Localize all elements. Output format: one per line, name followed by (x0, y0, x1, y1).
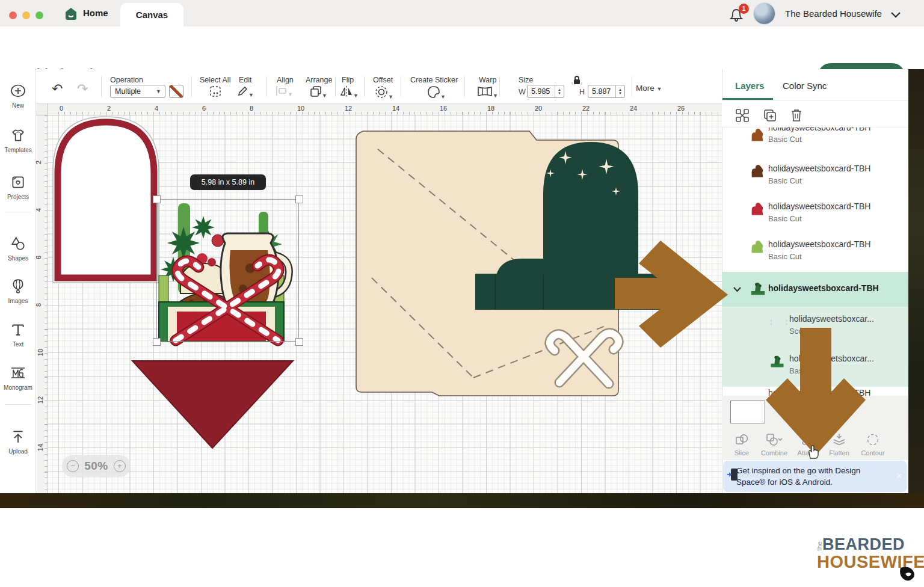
traffic-light-minimize-button[interactable] (22, 11, 30, 19)
sidebar-item-new[interactable]: New (0, 83, 36, 109)
hot-air-balloon-icon (10, 286, 26, 296)
offset-label: Offset (373, 76, 393, 84)
select-all-icon[interactable] (209, 85, 221, 100)
projects-icon (10, 182, 26, 192)
layer-row-selected[interactable]: holidaysweetsboxcard-TBH (722, 272, 908, 307)
material-color-swatch[interactable] (730, 401, 765, 423)
background-edge-right (908, 69, 924, 508)
warp-icon[interactable]: ▼ (477, 85, 498, 100)
layer-row[interactable]: holidaysweetsboxcard-TBH Basic Cut (722, 128, 908, 155)
operation-select[interactable]: Multiple▼ (110, 85, 165, 98)
size-label: Size (519, 76, 533, 84)
zoom-out-button[interactable]: − (67, 460, 79, 472)
operation-color-swatch[interactable] (169, 85, 183, 98)
chevron-down-icon[interactable] (733, 284, 742, 295)
notification-badge: 1 (739, 4, 749, 14)
design-sidebar: New Templates Projects Shapes Images Tex… (0, 69, 36, 493)
annotation-arrow-right (608, 238, 734, 352)
traffic-light-close-button[interactable] (9, 11, 17, 19)
layer-row[interactable]: holidaysweetsboxcard-TBH Basic Cut (722, 195, 908, 233)
arrange-label: Arrange (306, 76, 332, 84)
duplicate-icon[interactable] (763, 108, 777, 125)
lock-ratio-icon[interactable] (571, 75, 582, 88)
group-icon[interactable] (735, 108, 750, 125)
selection-handle-top-left[interactable] (153, 195, 161, 203)
layer-thumbnail (749, 279, 767, 297)
tab-canvas[interactable]: Canvas (120, 3, 183, 26)
tab-home[interactable]: Home (83, 8, 108, 18)
sidebar-item-text[interactable]: Text (0, 322, 36, 348)
warp-label: Warp (479, 76, 496, 84)
home-icon[interactable] (64, 7, 78, 23)
traffic-light-zoom-button[interactable] (35, 11, 43, 19)
create-sticker-icon[interactable]: ▼ (427, 85, 446, 101)
flip-icon[interactable]: ▼ (340, 85, 359, 100)
align-icon: ▼ (276, 85, 293, 99)
hand-cursor-icon (806, 444, 821, 459)
height-input[interactable]: 5.887▲▼ (588, 85, 625, 98)
arrange-icon[interactable]: ▼ (310, 85, 327, 100)
layer-row[interactable]: holidaysweetsboxcard-TBH Basic Cut (722, 233, 908, 271)
offset-icon[interactable]: ▼ (375, 85, 393, 101)
flip-label: Flip (342, 76, 354, 84)
slice-button[interactable]: Slice (725, 433, 758, 456)
new-plus-icon (10, 90, 26, 100)
footer-area (0, 508, 924, 587)
arch-card-shape[interactable] (53, 117, 159, 283)
height-stepper[interactable]: ▲▼ (615, 85, 624, 97)
sidebar-item-shapes[interactable]: Shapes (0, 236, 36, 262)
avatar[interactable] (753, 2, 775, 25)
layer-thumbnail (749, 200, 766, 217)
operation-label: Operation (110, 76, 143, 84)
sidebar-item-projects[interactable]: Projects (0, 174, 36, 200)
monogram-icon (10, 372, 26, 383)
selection-handle-bottom-right[interactable] (295, 338, 303, 346)
height-label: H (579, 88, 585, 96)
width-input[interactable]: 5.985▲▼ (527, 85, 564, 98)
tab-color-sync[interactable]: Color Sync (783, 81, 827, 91)
slice-icon (735, 433, 748, 446)
sidebar-item-templates[interactable]: Templates (0, 128, 36, 153)
select-all-label: Select All (200, 76, 230, 84)
close-icon[interactable]: × (896, 470, 902, 481)
zoom-level: 50% (84, 459, 108, 473)
zoom-in-button[interactable]: + (114, 460, 126, 472)
layer-thumbnail (749, 162, 766, 179)
layer-row[interactable]: holidaysweetsboxcard-TBH Basic Cut (722, 158, 908, 195)
sidebar-item-images[interactable]: Images (0, 278, 36, 304)
text-icon (10, 329, 26, 339)
upload-icon (10, 436, 26, 446)
more-button[interactable]: More ▼ (636, 84, 662, 93)
background-edge-bottom (0, 493, 924, 508)
layer-thumbnail (749, 238, 766, 255)
delete-trash-icon[interactable] (790, 108, 803, 125)
layer-thumbnail (749, 128, 766, 143)
account-name[interactable]: The Bearded Housewife (785, 8, 882, 19)
tshirt-icon (10, 135, 26, 145)
zoom-control: − 50% + (62, 455, 131, 477)
width-label: W (519, 88, 526, 96)
edit-label: Edit (239, 76, 252, 84)
red-triangle-shape[interactable] (132, 361, 293, 448)
account-chevron-down-icon[interactable] (890, 10, 901, 21)
tab-layers[interactable]: Layers (735, 81, 764, 91)
project-header: Untitled Project* Save My Stuff Maker 3 … (0, 26, 924, 69)
beard-icon (898, 565, 917, 585)
sidebar-item-upload[interactable]: Upload (0, 429, 36, 455)
edit-pencil-icon[interactable]: ▼ (237, 85, 254, 99)
window-tab-bar: Home Canvas 1 The Bearded Housewife (0, 0, 924, 26)
sidebar-item-monogram[interactable]: Monogram (0, 365, 36, 391)
align-label: Align (277, 76, 294, 84)
bearded-housewife-logo: the BEARDED HOUSEWIFE (815, 535, 917, 583)
shapes-icon (10, 243, 26, 253)
width-stepper[interactable]: ▲▼ (555, 85, 564, 97)
selection-handle-bottom-left[interactable] (153, 338, 161, 346)
selection-size-tooltip: 5.98 in x 5.89 in (190, 174, 266, 190)
selection-bounding-box[interactable] (156, 199, 299, 342)
layers-panel-toolbar (722, 100, 908, 128)
redo-icon[interactable]: ↷ (77, 81, 88, 97)
layers-tab-underline (722, 98, 773, 100)
create-sticker-label: Create Sticker (410, 76, 458, 84)
selection-handle-top-right[interactable] (295, 195, 303, 203)
undo-icon[interactable]: ↶ (52, 81, 63, 97)
